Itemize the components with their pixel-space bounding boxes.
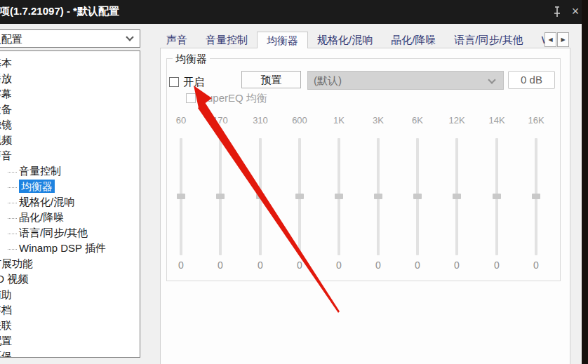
window-title: 选项(1.7.21097) - *默认配置 [0,5,119,18]
tree-item-label: 音量控制 [19,165,61,177]
band-value-label: 0 [398,259,437,271]
preset-dropdown[interactable]: (默认) [307,71,504,90]
tree-connector [8,172,17,173]
tree-connector [8,187,17,188]
tree-item-label: 存档 [0,304,12,316]
tree-item[interactable]: 晶化/降噪 [8,210,64,225]
tree-item[interactable]: 字幕 [0,86,12,102]
band-frequency-label: 14K [477,115,516,126]
preamp-db-button[interactable]: 0 dB [508,71,555,89]
tab-bar: 声音音量控制均衡器规格化/混响晶化/降噪语言/同步/其他Winamp DSP 插… [157,32,544,48]
band-frequency-label: 170 [201,115,240,126]
equalizer-tab-page: 均衡器 开启 预置 (默认) 0 dB SuperEQ 均衡 600170031… [160,48,570,364]
tree-item[interactable]: 辅助 [0,287,12,302]
tree-item[interactable]: 存档 [0,302,12,318]
tree-item-label: 3D 视频 [0,273,28,285]
tree-connector [8,249,17,250]
tree-item[interactable]: 规格化/混响 [8,194,74,210]
band-frequency-label: 310 [241,115,280,126]
tree-item-label: 字幕 [0,88,12,100]
eq-band: 12K0 [437,115,476,265]
equalizer-groupbox: 均衡器 开启 预置 (默认) 0 dB SuperEQ 均衡 600170031… [166,58,561,281]
band-slider-thumb[interactable] [493,194,501,199]
tree-item-label: 声音 [0,149,12,161]
band-slider-thumb[interactable] [295,194,304,199]
band-value-label: 0 [319,259,359,271]
tree-item-label: Winamp DSP 插件 [19,242,106,254]
title-bar: 选项(1.7.21097) - *默认配置 × [0,0,588,24]
pin-icon[interactable] [549,4,565,20]
chevron-down-icon [488,76,495,83]
tree-item-label: 环保 [0,350,12,358]
tree-item-label: 辅助 [0,288,12,300]
groupbox-title: 均衡器 [173,53,210,66]
tree-item[interactable]: 声音 [0,148,12,163]
tree-item-label: 视频 [0,134,12,146]
enable-checkbox-label[interactable]: 开启 [183,76,204,89]
tree-item[interactable]: 设备 [0,102,12,117]
tree-connector [8,234,17,234]
profile-combobox[interactable]: *默认配置 [0,29,140,48]
tree-item-label: 配置 [0,335,12,346]
tree-item-label: 滤镜 [0,119,12,130]
band-value-label: 0 [241,259,280,271]
tree-item[interactable]: 语言/同步/其他 [8,225,88,241]
tab-4[interactable]: 晶化/降噪 [382,32,445,48]
tree-item-label: 规格化/混响 [19,196,74,208]
tab-scroll-left-button[interactable]: ◀ [544,32,556,47]
tree-item[interactable]: 关联 [0,318,12,333]
background-strip [582,0,588,364]
tree-item[interactable]: 扩展功能 [0,256,33,271]
tree-item-label: 扩展功能 [0,257,33,269]
tab-0[interactable]: 声音 [157,32,196,48]
eq-band: 1K0 [319,115,359,265]
band-frequency-label: 6K [398,115,437,126]
tab-scroll-right-button[interactable]: ▶ [557,32,569,47]
tab-active[interactable]: 均衡器 [257,32,308,48]
band-slider-thumb[interactable] [216,194,225,199]
tab-6[interactable]: Winamp DSP 插件 [533,32,544,48]
preset-dropdown-value: (默认) [314,74,342,88]
eq-band: 16K0 [516,115,556,265]
band-slider-thumb[interactable] [413,194,422,199]
eq-band: 600 [161,115,201,265]
enable-checkbox[interactable] [169,77,179,87]
tree-item-label-selected: 均衡器 [19,180,55,193]
tree-item[interactable]: 均衡器 [8,179,55,194]
options-window: 选项(1.7.21097) - *默认配置 × *默认配置 基本播放字幕设备滤镜… [0,0,588,364]
tab-5[interactable]: 语言/同步/其他 [445,32,532,48]
tree-item[interactable]: 滤镜 [0,117,12,133]
eq-band: 6000 [280,115,319,265]
tree-item[interactable]: 视频 [0,133,12,148]
tree-item-label: 关联 [0,319,12,331]
profile-combobox-value: *默认配置 [0,33,22,46]
band-value-label: 0 [516,259,556,271]
band-slider-thumb[interactable] [532,194,540,199]
tab-1[interactable]: 音量控制 [196,32,257,48]
band-slider-thumb[interactable] [335,194,343,199]
band-slider-thumb[interactable] [374,194,382,199]
band-slider-thumb[interactable] [256,194,265,199]
tree-item[interactable]: Winamp DSP 插件 [8,241,106,256]
tree-item[interactable]: 配置 [0,333,12,349]
band-frequency-label: 600 [280,115,319,126]
band-slider-thumb[interactable] [453,194,461,199]
eq-band: 6K0 [398,115,437,265]
tree-item[interactable]: 音量控制 [8,163,61,179]
tree-item[interactable]: 环保 [0,349,12,358]
tree-connector [8,203,17,203]
band-frequency-label: 3K [359,115,398,126]
tree-item[interactable]: 播放 [0,71,12,86]
band-slider-thumb[interactable] [177,194,185,199]
eq-band: 14K0 [477,115,516,265]
tree-item[interactable]: 基本 [0,55,12,71]
tab-3[interactable]: 规格化/混响 [308,32,382,48]
eq-band: 3K0 [359,115,398,265]
preset-button[interactable]: 预置 [241,71,301,88]
supereq-checkbox[interactable] [186,93,196,103]
tree-item-label: 语言/同步/其他 [19,227,88,238]
band-value-label: 0 [161,259,201,271]
tree-item[interactable]: 3D 视频 [0,271,28,287]
band-value-label: 0 [437,259,476,271]
band-frequency-label: 1K [319,115,359,126]
